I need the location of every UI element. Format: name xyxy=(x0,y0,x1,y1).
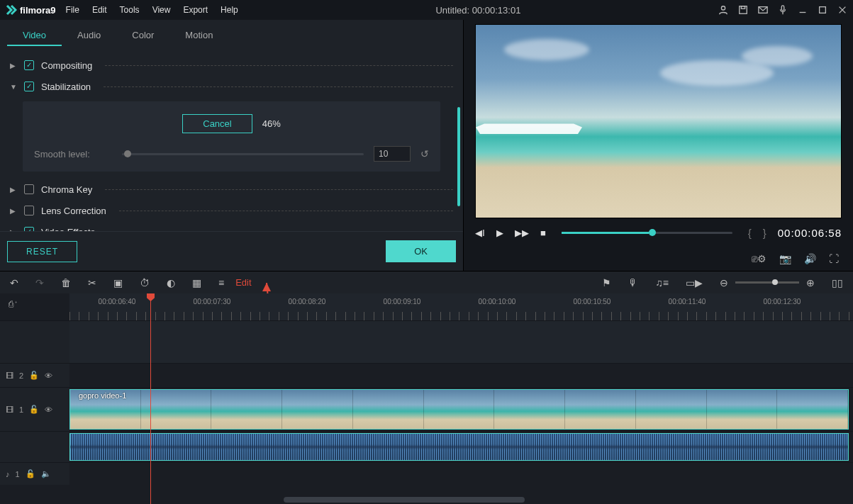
menu-export[interactable]: Export xyxy=(183,5,208,15)
prop-lens[interactable]: ▶ ✓ Lens Correction xyxy=(10,200,453,221)
volume-icon[interactable]: 🔊 xyxy=(804,253,816,264)
effects-checkbox[interactable]: ✓ xyxy=(24,227,34,231)
svg-rect-1 xyxy=(740,6,747,14)
play-icon[interactable]: ▶ xyxy=(496,228,503,238)
lock-icon[interactable]: 🔓 xyxy=(29,371,39,380)
reset-smooth-icon[interactable]: ↺ xyxy=(420,148,429,159)
timeline-horizontal-scrollbar[interactable] xyxy=(284,497,525,503)
delete-icon[interactable]: 🗑 xyxy=(61,277,71,289)
lock-icon[interactable]: 🔓 xyxy=(26,469,35,478)
ruler-ticks xyxy=(69,312,853,320)
properties-panel: Video Audio Color Motion ▶ ✓ Compositing… xyxy=(0,20,464,271)
track-body-music[interactable] xyxy=(69,463,853,485)
prop-stabilization[interactable]: ▼ ✓ Stabilization xyxy=(10,76,453,97)
menu-bar: File Edit Tools View Export Help xyxy=(66,5,238,15)
smooth-slider[interactable] xyxy=(122,153,364,155)
crop-icon[interactable]: ▣ xyxy=(113,277,123,289)
lock-icon[interactable]: 🔓 xyxy=(29,405,39,414)
chroma-checkbox[interactable]: ✓ xyxy=(24,184,34,194)
visibility-icon[interactable]: 👁 xyxy=(45,371,52,380)
mute-icon[interactable]: 🔈 xyxy=(41,469,51,478)
scrollbar-accent[interactable] xyxy=(457,107,460,206)
svg-rect-5 xyxy=(820,7,826,13)
zoom-fit-icon[interactable]: ▯▯ xyxy=(832,277,843,289)
add-track-icon[interactable]: ⎙⁺ xyxy=(9,299,18,309)
track-body-v1[interactable]: gopro video-1 xyxy=(69,388,853,431)
smooth-slider-thumb[interactable] xyxy=(124,150,131,157)
undo-icon[interactable]: ↶ xyxy=(10,277,18,289)
playhead[interactable] xyxy=(150,293,151,504)
minimize-icon[interactable] xyxy=(798,5,808,15)
track-head-v1: 🎞 1 🔓 👁 xyxy=(0,388,69,431)
compositing-checkbox[interactable]: ✓ xyxy=(24,60,34,70)
film-icon: 🎞 xyxy=(6,405,13,414)
lens-label: Lens Correction xyxy=(41,206,106,216)
step-back-icon[interactable]: ◀Ⅰ xyxy=(475,228,485,238)
account-icon[interactable] xyxy=(718,5,728,15)
zoom-out-icon[interactable]: ⊖ xyxy=(720,277,728,289)
record-vo-icon[interactable]: 🎙 xyxy=(628,277,638,289)
stabilization-body: Cancel 46% Smooth level: ↺ xyxy=(23,101,440,172)
tab-color[interactable]: Color xyxy=(116,26,169,46)
step-forward-icon[interactable]: ▶▶ xyxy=(515,228,529,238)
audio-clip[interactable] xyxy=(69,433,849,461)
stabilization-checkbox[interactable]: ✓ xyxy=(24,82,34,91)
track-music: ♪ 1 🔓 🔈 xyxy=(0,462,853,485)
prop-chroma[interactable]: ▶ ✓ Chroma Key xyxy=(10,179,453,200)
split-icon[interactable]: ✂ xyxy=(88,277,96,289)
menu-view[interactable]: View xyxy=(152,5,171,15)
smooth-level-row: Smooth level: ↺ xyxy=(34,146,429,162)
timeline: ⎙⁺ 00:00:06:40 00:00:07:30 00:00:08:20 0… xyxy=(0,293,853,504)
track-body-a1[interactable] xyxy=(69,432,853,462)
track-body-empty[interactable] xyxy=(69,321,853,363)
save-icon[interactable] xyxy=(738,5,748,15)
seek-bar[interactable] xyxy=(562,232,732,234)
mark-in-icon[interactable]: { xyxy=(748,227,752,239)
seek-thumb[interactable] xyxy=(649,229,656,236)
fullscreen-icon[interactable]: ⛶ xyxy=(829,253,839,264)
marker-icon[interactable]: ⚑ xyxy=(602,277,611,289)
quality-icon[interactable]: ⎚⚙ xyxy=(752,253,766,264)
mixer-icon[interactable]: ♫≡ xyxy=(655,277,669,289)
preview-viewport[interactable] xyxy=(475,24,842,218)
stop-icon[interactable]: ■ xyxy=(540,228,546,238)
chevron-right-icon: ▶ xyxy=(10,228,17,232)
visibility-icon[interactable]: 👁 xyxy=(45,405,52,414)
color-icon[interactable]: ◐ xyxy=(167,277,175,289)
edit-tool-icon[interactable]: ≡ xyxy=(218,277,224,289)
ok-button[interactable]: OK xyxy=(386,240,456,262)
zoom-in-icon[interactable]: ⊕ xyxy=(806,277,815,289)
timeline-ruler[interactable]: 00:00:06:40 00:00:07:30 00:00:08:20 00:0… xyxy=(69,293,853,320)
track-body-v2[interactable] xyxy=(69,364,853,387)
smooth-value-input[interactable] xyxy=(374,146,411,162)
render-icon[interactable]: ▭▶ xyxy=(686,277,703,289)
prop-compositing[interactable]: ▶ ✓ Compositing xyxy=(10,55,453,76)
tab-video[interactable]: Video xyxy=(7,26,62,46)
menu-help[interactable]: Help xyxy=(221,5,238,15)
maximize-icon[interactable] xyxy=(818,5,827,15)
speed-icon[interactable]: ⏱ xyxy=(140,277,150,289)
video-clip[interactable]: gopro video-1 xyxy=(69,389,849,430)
menu-tools[interactable]: Tools xyxy=(120,5,140,15)
zoom-thumb[interactable] xyxy=(772,279,778,285)
tab-motion[interactable]: Motion xyxy=(169,26,228,46)
green-screen-icon[interactable]: ▦ xyxy=(192,277,201,289)
mail-icon[interactable] xyxy=(758,5,768,15)
tab-audio[interactable]: Audio xyxy=(62,26,116,46)
lens-checkbox[interactable]: ✓ xyxy=(24,206,34,215)
menu-edit[interactable]: Edit xyxy=(92,5,107,15)
main-row: Video Audio Color Motion ▶ ✓ Compositing… xyxy=(0,20,853,271)
prop-effects[interactable]: ▶ ✓ Video Effects xyxy=(10,221,453,231)
properties-footer: RESET OK xyxy=(0,231,463,271)
menu-file[interactable]: File xyxy=(66,5,79,15)
cancel-button[interactable]: Cancel xyxy=(182,114,252,133)
redo-icon[interactable]: ↷ xyxy=(35,277,44,289)
reset-button[interactable]: RESET xyxy=(7,241,77,262)
svg-rect-2 xyxy=(741,6,745,9)
zoom-slider[interactable] xyxy=(735,281,799,284)
close-icon[interactable] xyxy=(837,5,847,15)
mic-icon[interactable] xyxy=(778,5,788,15)
mark-out-icon[interactable]: } xyxy=(763,227,766,239)
snapshot-icon[interactable]: 📷 xyxy=(779,253,791,264)
tracks-area: 🎞 2 🔓 👁 🎞 1 🔓 👁 gopro video-1 xyxy=(0,320,853,485)
